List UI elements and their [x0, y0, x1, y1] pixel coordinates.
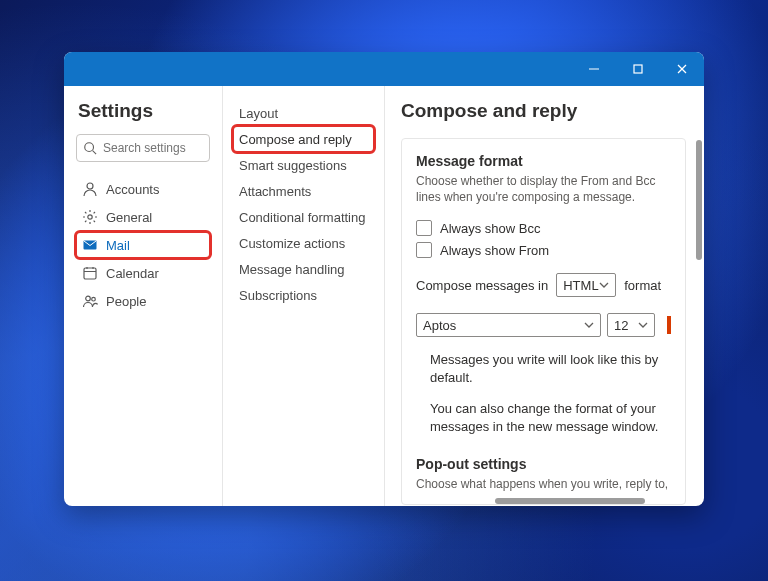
compose-prefix: Compose messages in [416, 278, 548, 293]
sidebar-item-label: Mail [106, 238, 130, 253]
minimize-button[interactable] [572, 52, 616, 86]
subnav-customize-actions[interactable]: Customize actions [233, 230, 374, 256]
subnav-smart-suggestions[interactable]: Smart suggestions [233, 152, 374, 178]
subnav-conditional-formatting[interactable]: Conditional formatting [233, 204, 374, 230]
svg-line-5 [93, 151, 97, 155]
compose-format-line: Compose messages in HTML format [416, 273, 671, 297]
sidebar-item-label: General [106, 210, 152, 225]
vertical-scrollbar-thumb[interactable] [696, 140, 702, 260]
content-scroll: Compose and reply Message format Choose … [385, 86, 704, 506]
svg-rect-1 [634, 65, 642, 73]
gear-icon [82, 209, 98, 225]
subnav-layout[interactable]: Layout [233, 100, 374, 126]
close-icon [676, 63, 688, 75]
chevron-down-icon [638, 318, 648, 333]
subnav-compose-and-reply[interactable]: Compose and reply [233, 126, 374, 152]
font-size-select[interactable]: 12 [607, 313, 655, 337]
subnav-subscriptions[interactable]: Subscriptions [233, 282, 374, 308]
settings-nav: Accounts General Mail Calendar [76, 176, 210, 314]
horizontal-scrollbar-thumb[interactable] [495, 498, 645, 504]
subnav-label: Layout [239, 106, 278, 121]
svg-point-4 [85, 143, 94, 152]
sidebar-item-label: People [106, 294, 146, 309]
font-color-swatch[interactable] [667, 316, 671, 334]
svg-point-13 [86, 296, 91, 301]
popout-heading: Pop-out settings [416, 456, 671, 472]
sidebar-item-label: Accounts [106, 182, 159, 197]
checkbox-from[interactable] [416, 242, 432, 258]
subnav-message-handling[interactable]: Message handling [233, 256, 374, 282]
subnav-label: Message handling [239, 262, 345, 277]
titlebar [64, 52, 704, 86]
sidebar-item-accounts[interactable]: Accounts [76, 176, 210, 202]
search-wrap [76, 134, 210, 162]
chevron-down-icon [584, 318, 594, 333]
sidebar-item-general[interactable]: General [76, 204, 210, 230]
calendar-icon [82, 265, 98, 281]
font-size-value: 12 [614, 318, 628, 333]
preview-box: Messages you write will look like this b… [416, 351, 671, 435]
chevron-down-icon [599, 278, 609, 293]
svg-point-14 [92, 297, 96, 301]
subnav-label: Attachments [239, 184, 311, 199]
message-format-description: Choose whether to display the From and B… [416, 173, 671, 205]
subnav-label: Conditional formatting [239, 210, 365, 225]
preview-line-2: You can also change the format of your m… [430, 400, 671, 435]
svg-rect-9 [84, 268, 96, 279]
settings-sidebar: Settings Accounts General [64, 86, 223, 506]
subnav-attachments[interactable]: Attachments [233, 178, 374, 204]
panel-title: Compose and reply [401, 100, 686, 122]
minimize-icon [588, 63, 600, 75]
subnav-label: Subscriptions [239, 288, 317, 303]
sidebar-item-label: Calendar [106, 266, 159, 281]
subnav-label: Smart suggestions [239, 158, 347, 173]
subnav-label: Compose and reply [239, 132, 352, 147]
settings-window: Settings Accounts General [64, 52, 704, 506]
mail-icon [82, 237, 98, 253]
font-family-select[interactable]: Aptos [416, 313, 601, 337]
people-icon [82, 293, 98, 309]
checkbox-from-label: Always show From [440, 243, 549, 258]
maximize-icon [632, 63, 644, 75]
sidebar-item-mail[interactable]: Mail [76, 232, 210, 258]
settings-content: Compose and reply Message format Choose … [385, 86, 704, 506]
svg-point-6 [87, 183, 93, 189]
font-row: Aptos 12 [416, 313, 671, 337]
person-icon [82, 181, 98, 197]
preview-line-1: Messages you write will look like this b… [430, 351, 671, 386]
settings-title: Settings [76, 100, 210, 122]
subnav-label: Customize actions [239, 236, 345, 251]
sidebar-item-calendar[interactable]: Calendar [76, 260, 210, 286]
settings-subnav: Layout Compose and reply Smart suggestio… [223, 86, 385, 506]
svg-point-7 [88, 215, 92, 219]
settings-box: Message format Choose whether to display… [401, 138, 686, 505]
message-format-heading: Message format [416, 153, 671, 169]
compose-suffix: format [624, 278, 661, 293]
always-show-bcc-row[interactable]: Always show Bcc [416, 217, 671, 239]
font-family-value: Aptos [423, 318, 456, 333]
search-icon [83, 141, 97, 158]
maximize-button[interactable] [616, 52, 660, 86]
popout-description: Choose what happens when you write, repl… [416, 476, 671, 492]
compose-format-select[interactable]: HTML [556, 273, 616, 297]
sidebar-item-people[interactable]: People [76, 288, 210, 314]
settings-body: Settings Accounts General [64, 86, 704, 506]
close-button[interactable] [660, 52, 704, 86]
checkbox-bcc-label: Always show Bcc [440, 221, 540, 236]
desktop-background: Settings Accounts General [0, 0, 768, 581]
checkbox-bcc[interactable] [416, 220, 432, 236]
compose-format-value: HTML [563, 278, 598, 293]
always-show-from-row[interactable]: Always show From [416, 239, 671, 261]
